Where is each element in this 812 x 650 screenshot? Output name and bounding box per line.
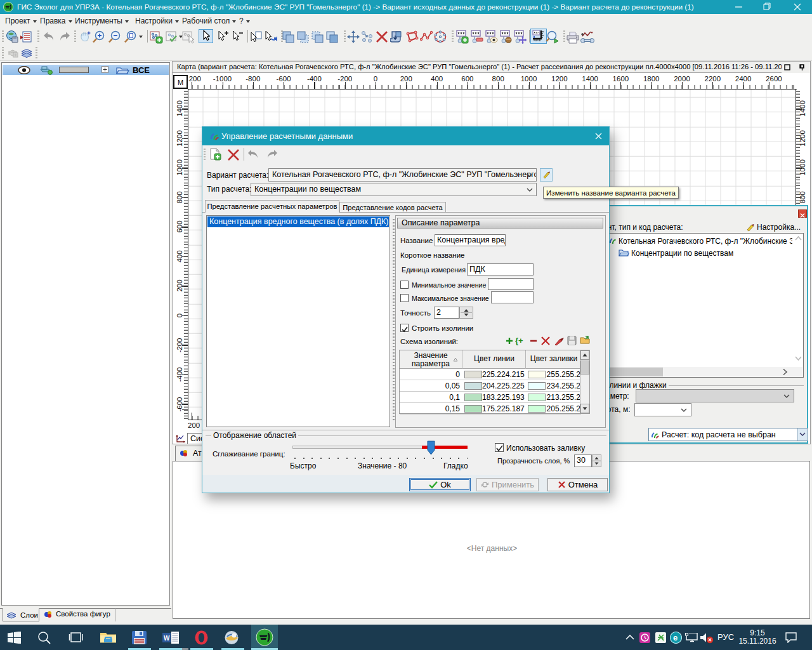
svg-text:e: e — [673, 633, 678, 642]
svg-text:W: W — [164, 635, 170, 642]
svg-text:{+: {+ — [515, 336, 523, 345]
